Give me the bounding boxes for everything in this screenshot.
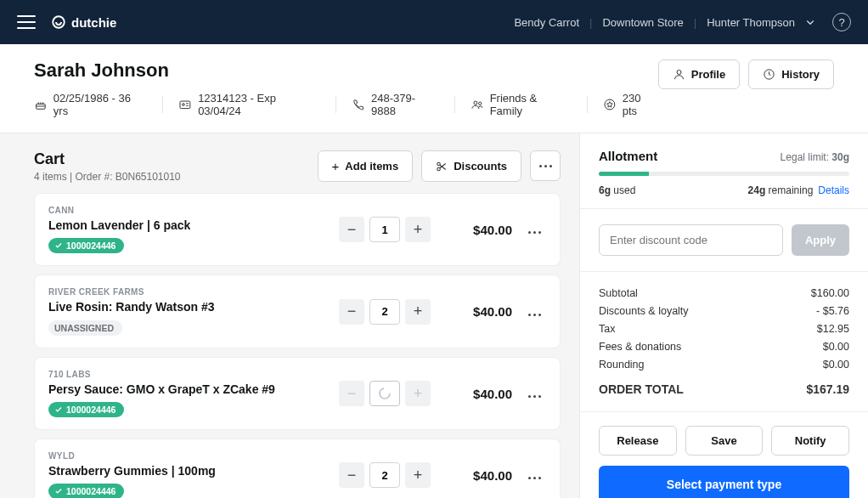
discount-code-input[interactable] <box>599 224 783 256</box>
svg-point-0 <box>53 16 65 28</box>
svg-point-3 <box>183 104 185 106</box>
total-row: Tax$12.95 <box>599 323 849 335</box>
user-icon <box>673 68 685 81</box>
profile-button[interactable]: Profile <box>658 59 740 89</box>
cart-title: Cart <box>34 150 181 168</box>
qty-decrement-button[interactable]: − <box>339 217 364 242</box>
qty-increment-button[interactable]: + <box>405 299 431 325</box>
id-card-icon <box>178 98 192 111</box>
store-name[interactable]: Downtown Store <box>602 16 683 29</box>
totals-section: Subtotal$160.00Discounts & loyalty- $5.7… <box>580 272 868 412</box>
item-name: Lemon Lavender | 6 pack <box>48 218 339 232</box>
plus-icon: + <box>332 159 340 173</box>
brand-name: dutchie <box>71 15 116 30</box>
total-value: $0.00 <box>823 359 849 371</box>
notify-button[interactable]: Notify <box>771 426 849 456</box>
qty-decrement-button[interactable]: − <box>339 462 364 488</box>
meta-group: Friends & Family <box>471 92 572 117</box>
item-menu-button[interactable] <box>522 222 546 237</box>
meta-id: 12314123 - Exp 03/04/24 <box>178 92 320 117</box>
total-label: Discounts & loyalty <box>599 305 689 317</box>
total-row: Fees & donations$0.00 <box>599 341 849 353</box>
add-items-button[interactable]: +Add items <box>318 150 414 182</box>
scissors-icon <box>436 161 448 173</box>
spinner-icon <box>378 387 392 400</box>
svg-point-10 <box>437 167 441 171</box>
customer-name: Sarah Johnson <box>34 59 658 82</box>
qty-decrement-button[interactable]: − <box>339 299 364 325</box>
release-button[interactable]: Release <box>599 426 677 456</box>
allotment-details-link[interactable]: Details <box>818 184 849 196</box>
phone-icon <box>352 98 365 111</box>
cart-item: CANN Lemon Lavender | 6 pack 1000024446 … <box>34 193 561 266</box>
total-row: Subtotal$160.00 <box>599 287 849 299</box>
divider <box>454 96 455 113</box>
total-label: Fees & donations <box>599 341 681 353</box>
apply-discount-button[interactable]: Apply <box>792 224 849 256</box>
qty-input[interactable] <box>369 462 400 488</box>
package-badge: 1000024446 <box>48 484 124 498</box>
divider <box>587 96 588 113</box>
cart-item: RIVER CREEK FARMS Live Rosin: Randy Wats… <box>34 274 561 348</box>
cart-item: 710 LABS Persy Sauce: GMO x GrapeT x ZCa… <box>34 357 561 430</box>
item-menu-button[interactable] <box>522 304 546 320</box>
item-menu-button[interactable] <box>522 467 546 483</box>
total-value: $12.95 <box>817 323 849 335</box>
top-nav: dutchie Bendy Carrot | Downtown Store | … <box>0 0 868 44</box>
item-brand: RIVER CREEK FARMS <box>48 287 339 297</box>
item-name: Live Rosin: Randy Watson #3 <box>48 300 339 314</box>
total-value: $160.00 <box>811 287 849 299</box>
qty-input[interactable] <box>369 299 400 325</box>
meta-points: 230 pts <box>603 92 658 117</box>
select-payment-button[interactable]: Select payment type <box>599 466 849 498</box>
birthday-icon <box>34 98 48 111</box>
users-icon <box>471 98 484 111</box>
help-icon[interactable]: ? <box>832 13 851 31</box>
logo-mark-icon <box>51 14 66 30</box>
svg-point-9 <box>437 162 441 166</box>
save-button[interactable]: Save <box>685 426 764 456</box>
meta-phone: 248-379-9888 <box>352 92 439 117</box>
qty-increment-button[interactable]: + <box>405 462 431 488</box>
user-name[interactable]: Hunter Thompson <box>707 16 795 29</box>
cart-more-button[interactable] <box>530 150 561 181</box>
item-price: $40.00 <box>451 387 512 401</box>
allotment-bar <box>599 172 849 176</box>
svg-rect-2 <box>180 101 190 109</box>
history-button[interactable]: History <box>748 59 834 89</box>
item-menu-button[interactable] <box>522 386 546 401</box>
chevron-down-icon[interactable] <box>805 17 815 27</box>
unassigned-badge: UNASSIGNED <box>48 320 122 336</box>
discounts-button[interactable]: Discounts <box>421 150 521 182</box>
side-panel: Allotment Legal limit: 30g 6g used 24g r… <box>579 133 868 498</box>
order-total-value: $167.19 <box>806 382 849 396</box>
allotment-used: 6g used <box>599 184 635 196</box>
dots-icon <box>539 165 552 167</box>
divider <box>162 96 163 113</box>
dots-icon <box>528 314 541 316</box>
total-label: Subtotal <box>599 287 638 299</box>
divider: | <box>589 16 592 29</box>
tenant-name[interactable]: Bendy Carrot <box>514 16 579 29</box>
cart-panel: Cart 4 items | Order #: B0N65101010 +Add… <box>0 133 579 498</box>
allotment-title: Allotment <box>599 149 657 163</box>
cart-subtitle: 4 items | Order #: B0N65101010 <box>34 171 181 183</box>
qty-increment-button: + <box>405 381 431 406</box>
qty-input[interactable] <box>369 217 400 242</box>
brand-logo[interactable]: dutchie <box>51 14 116 30</box>
item-brand: WYLD <box>48 451 339 461</box>
allotment-remaining: 24g remainingDetails <box>748 184 849 196</box>
package-badge: 1000024446 <box>48 238 124 253</box>
check-icon <box>54 487 63 495</box>
divider: | <box>694 16 696 29</box>
item-brand: CANN <box>48 206 339 215</box>
cart-item: WYLD Strawberry Gummies | 100mg 10000244… <box>34 439 561 498</box>
check-icon <box>54 241 63 250</box>
clock-icon <box>763 68 775 81</box>
hamburger-icon[interactable] <box>17 15 36 29</box>
star-icon <box>603 98 617 111</box>
dots-icon <box>528 231 541 234</box>
qty-increment-button[interactable]: + <box>405 217 431 242</box>
svg-point-4 <box>474 101 477 105</box>
meta-dob: 02/25/1986 - 36 yrs <box>34 92 147 117</box>
